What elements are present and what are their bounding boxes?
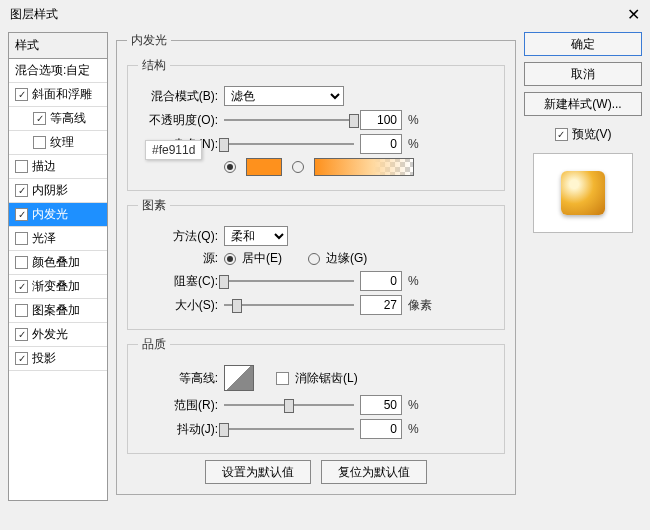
opacity-unit: % bbox=[408, 113, 419, 127]
style-checkbox[interactable] bbox=[33, 136, 46, 149]
style-label: 投影 bbox=[32, 350, 56, 367]
range-unit: % bbox=[408, 398, 419, 412]
style-item-0[interactable]: 斜面和浮雕 bbox=[9, 83, 107, 107]
style-checkbox[interactable] bbox=[15, 160, 28, 173]
antialias-label: 消除锯齿(L) bbox=[295, 370, 358, 387]
style-item-10[interactable]: 外发光 bbox=[9, 323, 107, 347]
size-slider[interactable] bbox=[224, 297, 354, 313]
jitter-input[interactable] bbox=[360, 419, 402, 439]
blend-mode-label: 混合模式(B): bbox=[138, 88, 218, 105]
preview-box bbox=[533, 153, 633, 233]
noise-unit: % bbox=[408, 137, 419, 151]
technique-label: 方法(Q): bbox=[138, 228, 218, 245]
style-checkbox[interactable] bbox=[15, 352, 28, 365]
size-unit: 像素 bbox=[408, 297, 432, 314]
style-label: 斜面和浮雕 bbox=[32, 86, 92, 103]
jitter-slider[interactable] bbox=[224, 421, 354, 437]
opacity-input[interactable] bbox=[360, 110, 402, 130]
style-item-8[interactable]: 渐变叠加 bbox=[9, 275, 107, 299]
style-label: 颜色叠加 bbox=[32, 254, 80, 271]
source-center-radio[interactable] bbox=[224, 253, 236, 265]
choke-label: 阻塞(C): bbox=[138, 273, 218, 290]
style-checkbox[interactable] bbox=[15, 208, 28, 221]
panel-title: 内发光 bbox=[127, 32, 171, 49]
window-title: 图层样式 bbox=[10, 6, 627, 23]
noise-input[interactable] bbox=[360, 134, 402, 154]
technique-select[interactable]: 柔和 bbox=[224, 226, 288, 246]
style-checkbox[interactable] bbox=[15, 232, 28, 245]
style-checkbox[interactable] bbox=[15, 184, 28, 197]
elements-legend: 图素 bbox=[138, 197, 170, 214]
jitter-unit: % bbox=[408, 422, 419, 436]
range-label: 范围(R): bbox=[138, 397, 218, 414]
settings-panel: 内发光 结构 混合模式(B): 滤色 不透明度(O): % 杂色(N): bbox=[116, 32, 516, 501]
preview-checkbox[interactable] bbox=[555, 128, 568, 141]
structure-group: 结构 混合模式(B): 滤色 不透明度(O): % 杂色(N): % bbox=[127, 57, 505, 191]
noise-slider[interactable] bbox=[224, 136, 354, 152]
source-label: 源: bbox=[138, 250, 218, 267]
choke-slider[interactable] bbox=[224, 273, 354, 289]
style-item-4[interactable]: 内阴影 bbox=[9, 179, 107, 203]
blend-mode-select[interactable]: 滤色 bbox=[224, 86, 344, 106]
style-item-1[interactable]: 等高线 bbox=[9, 107, 107, 131]
style-checkbox[interactable] bbox=[15, 328, 28, 341]
styles-header: 样式 bbox=[9, 33, 107, 59]
size-input[interactable] bbox=[360, 295, 402, 315]
quality-group: 品质 等高线: 消除锯齿(L) 范围(R): % 抖动(J): bbox=[127, 336, 505, 454]
style-item-5[interactable]: 内发光 bbox=[9, 203, 107, 227]
style-checkbox[interactable] bbox=[15, 88, 28, 101]
antialias-checkbox[interactable] bbox=[276, 372, 289, 385]
style-checkbox[interactable] bbox=[15, 304, 28, 317]
right-column: 确定 取消 新建样式(W)... 预览(V) bbox=[524, 32, 642, 501]
range-slider[interactable] bbox=[224, 397, 354, 413]
opacity-label: 不透明度(O): bbox=[138, 112, 218, 129]
source-center-label: 居中(E) bbox=[242, 250, 282, 267]
style-label: 描边 bbox=[32, 158, 56, 175]
blend-options-row[interactable]: 混合选项:自定 bbox=[9, 59, 107, 83]
style-label: 光泽 bbox=[32, 230, 56, 247]
gradient-swatch[interactable] bbox=[314, 158, 414, 176]
style-item-7[interactable]: 颜色叠加 bbox=[9, 251, 107, 275]
style-label: 外发光 bbox=[32, 326, 68, 343]
quality-legend: 品质 bbox=[138, 336, 170, 353]
color-radio[interactable] bbox=[224, 161, 236, 173]
gradient-radio[interactable] bbox=[292, 161, 304, 173]
style-item-2[interactable]: 纹理 bbox=[9, 131, 107, 155]
cancel-button[interactable]: 取消 bbox=[524, 62, 642, 86]
elements-group: 图素 方法(Q): 柔和 源: 居中(E) 边缘(G) 阻塞(C): bbox=[127, 197, 505, 330]
source-edge-radio[interactable] bbox=[308, 253, 320, 265]
style-label: 纹理 bbox=[50, 134, 74, 151]
choke-unit: % bbox=[408, 274, 419, 288]
size-label: 大小(S): bbox=[138, 297, 218, 314]
reset-default-button[interactable]: 复位为默认值 bbox=[321, 460, 427, 484]
source-edge-label: 边缘(G) bbox=[326, 250, 367, 267]
opacity-slider[interactable] bbox=[224, 112, 354, 128]
color-tooltip: #fe911d bbox=[145, 140, 202, 160]
preview-label: 预览(V) bbox=[572, 126, 612, 143]
preview-thumbnail bbox=[561, 171, 605, 215]
jitter-label: 抖动(J): bbox=[138, 421, 218, 438]
style-checkbox[interactable] bbox=[15, 280, 28, 293]
contour-label: 等高线: bbox=[138, 370, 218, 387]
color-swatch[interactable] bbox=[246, 158, 282, 176]
style-item-6[interactable]: 光泽 bbox=[9, 227, 107, 251]
close-icon[interactable]: ✕ bbox=[627, 5, 640, 24]
structure-legend: 结构 bbox=[138, 57, 170, 74]
style-label: 内发光 bbox=[32, 206, 68, 223]
choke-input[interactable] bbox=[360, 271, 402, 291]
style-label: 内阴影 bbox=[32, 182, 68, 199]
new-style-button[interactable]: 新建样式(W)... bbox=[524, 92, 642, 116]
contour-picker[interactable] bbox=[224, 365, 254, 391]
style-checkbox[interactable] bbox=[33, 112, 46, 125]
style-label: 等高线 bbox=[50, 110, 86, 127]
styles-list: 样式 混合选项:自定 斜面和浮雕等高线纹理描边内阴影内发光光泽颜色叠加渐变叠加图… bbox=[8, 32, 108, 501]
range-input[interactable] bbox=[360, 395, 402, 415]
style-label: 图案叠加 bbox=[32, 302, 80, 319]
style-item-11[interactable]: 投影 bbox=[9, 347, 107, 371]
style-item-9[interactable]: 图案叠加 bbox=[9, 299, 107, 323]
make-default-button[interactable]: 设置为默认值 bbox=[205, 460, 311, 484]
style-checkbox[interactable] bbox=[15, 256, 28, 269]
ok-button[interactable]: 确定 bbox=[524, 32, 642, 56]
style-item-3[interactable]: 描边 bbox=[9, 155, 107, 179]
style-label: 渐变叠加 bbox=[32, 278, 80, 295]
